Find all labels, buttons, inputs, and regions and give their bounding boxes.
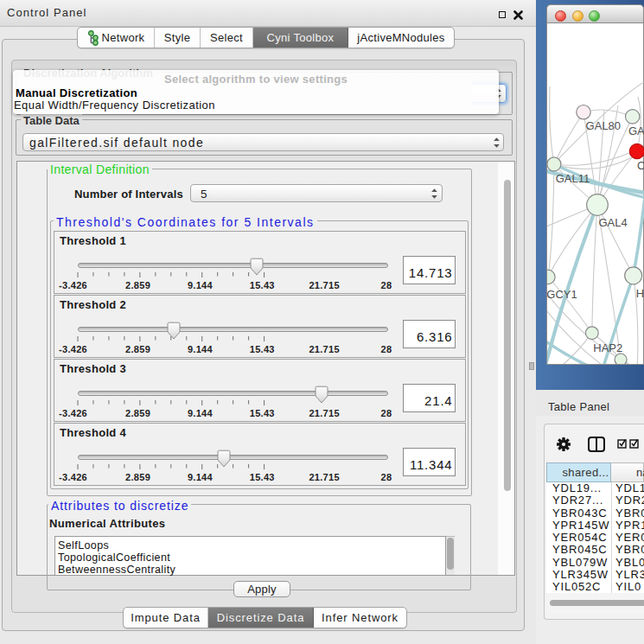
svg-text:GAL4: GAL4 [599,216,628,229]
svg-text:GCY1: GCY1 [547,288,577,301]
svg-text:H: H [636,287,644,300]
svg-text:GAL80: GAL80 [586,119,621,132]
svg-text:HAP2: HAP2 [593,341,622,354]
svg-text:C: C [637,159,644,172]
svg-text:GAL11: GAL11 [556,172,590,185]
svg-text:GA: GA [628,124,644,137]
